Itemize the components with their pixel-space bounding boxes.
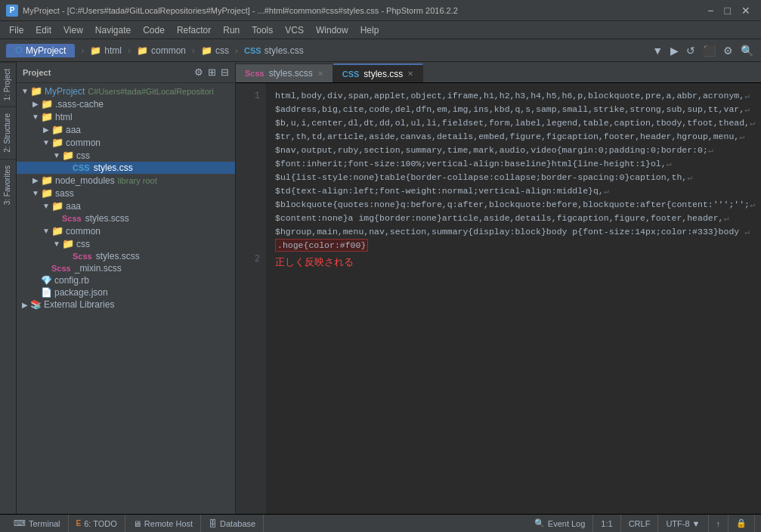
tree-item-sass-cache[interactable]: ▶ 📁 .sass-cache [17,97,235,110]
close-css-tab[interactable]: ✕ [407,70,413,78]
tree-label-aaa: aaa [66,125,81,135]
folder-icon-node-modules: 📁 [41,175,53,186]
tree-item-common[interactable]: ▼ 📁 common [17,136,235,149]
status-position[interactable]: 1:1 [593,515,620,533]
folder-icon-sass-css: 📁 [62,238,74,249]
menu-window[interactable]: Window [310,23,354,37]
folder-icon-sass-common: 📁 [51,225,63,237]
tree-item-mixin-scss[interactable]: Scss _mixin.scss [17,262,235,274]
tree-item-styles-scss-aaa[interactable]: Scss styles.scss [17,212,235,224]
project-tab-button[interactable]: ⬡ MyProject [6,44,75,57]
toolbar-rerun-btn[interactable]: ↺ [685,43,697,58]
toggle-sass-common: ▼ [41,227,51,235]
menu-edit[interactable]: Edit [29,23,57,37]
tree-item-html[interactable]: ▼ 📁 html [17,110,235,123]
status-lock[interactable]: 🔒 [729,515,755,533]
status-bar: ⌨ Terminal E 6: TODO 🖥 Remote Host 🗄 Dat… [0,514,761,532]
remote-host-label: Remote Host [144,519,193,528]
close-button[interactable]: ✕ [737,0,755,21]
tree-item-styles-scss-common[interactable]: Scss styles.scss [17,250,235,262]
toolbar-search-btn[interactable]: 🔍 [739,43,755,58]
status-event-log[interactable]: 🔍 Event Log [527,515,594,533]
code-editor[interactable]: html,body,div,span,applet,object,iframe,… [266,83,761,514]
tab-scss-icon: Scss [245,69,264,78]
tree-item-sass-css[interactable]: ▼ 📁 css [17,237,235,250]
file-icon-config-rb: 💎 [41,275,52,286]
tab-styles-css[interactable]: CSS styles.css ✕ [333,63,424,82]
event-log-label: Event Log [548,519,586,528]
tree-item-myproject[interactable]: ▼ 📁 MyProject C#Users#tada#GitLocalRepos… [17,85,235,97]
sidebar-header: Project ⚙ ⊞ ⊟ [17,62,235,83]
code-line-3: $b,u,i,center,dl,dt,dd,ol,ul,li,fieldset… [275,118,755,128]
status-remote-host[interactable]: 🖥 Remote Host [125,515,201,533]
tree-item-styles-css[interactable]: CSS styles.css [17,162,235,174]
toolbar-dropdown-btn[interactable]: ▼ [651,43,664,58]
vtab-favorites[interactable]: 3: Favorites [0,159,16,211]
folder-icon-external-libs: 📚 [30,299,42,310]
project-tree: ▼ 📁 MyProject C#Users#tada#GitLocalRepos… [17,83,235,514]
menu-view[interactable]: View [57,23,89,37]
line-num-blank-5 [236,157,260,171]
folder-icon-sass: 📁 [41,187,53,199]
tree-label-myproject: MyProject [45,86,85,97]
tree-item-node-modules[interactable]: ▶ 📁 node_modules library root [17,174,235,187]
remote-host-icon: 🖥 [133,519,141,528]
tree-item-sass-common[interactable]: ▼ 📁 common [17,224,235,237]
title-bar: P MyProject - [C:#Users#tada#GitLocalRep… [0,0,761,21]
tree-label-external-libs: External Libraries [44,299,114,310]
code-line-10: $content:none}a img{border:none}article,… [275,213,729,223]
status-terminal[interactable]: ⌨ Terminal [6,515,69,533]
breadcrumb-css[interactable]: 📁 css [201,45,229,56]
status-line-ending[interactable]: CRLF [621,515,659,533]
vtab-project[interactable]: 1: Project [0,62,16,107]
menu-navigate[interactable]: Navigate [89,23,137,37]
breadcrumb-html[interactable]: 📁 html [90,45,122,56]
toolbar-settings-btn[interactable]: ⚙ [722,43,735,58]
window-controls[interactable]: − □ ✕ [703,0,755,21]
folder-icon-sass-aaa: 📁 [51,200,63,212]
line-num-1: 1 [236,89,260,103]
menu-refactor[interactable]: Refactor [171,23,217,37]
tree-item-external-libs[interactable]: ▶ 📚 External Libraries [17,298,235,311]
tree-label-sass-aaa: aaa [66,201,81,212]
line-num-blank-2 [236,116,260,130]
breadcrumb-common[interactable]: 📁 common [137,45,186,56]
breadcrumb-styles-css[interactable]: CSS styles.css [244,45,304,56]
tree-item-sass[interactable]: ▼ 📁 sass [17,187,235,200]
git-push-icon: ↑ [716,519,721,528]
menu-file[interactable]: File [3,23,29,37]
toggle-sass-cache: ▶ [30,100,41,108]
encoding-label: UTF-8 ▼ [666,519,700,528]
status-database[interactable]: 🗄 Database [201,515,264,533]
menu-vcs[interactable]: VCS [279,23,310,37]
status-encoding[interactable]: UTF-8 ▼ [658,515,708,533]
minimize-button[interactable]: − [703,0,718,21]
todo-icon: E [76,519,82,527]
menu-code[interactable]: Code [137,23,171,37]
code-line-13-japanese: 正しく反映される [275,255,761,269]
close-scss-tab[interactable]: ✕ [317,70,323,78]
sidebar-icon-collapse[interactable]: ⊟ [221,66,229,78]
tree-item-aaa[interactable]: ▶ 📁 aaa [17,123,235,136]
tab-styles-scss[interactable]: Scss styles.scss ✕ [236,63,333,82]
toolbar-run-btn[interactable]: ▶ [669,43,680,58]
status-todo[interactable]: E 6: TODO [69,515,125,533]
editor-area: Scss styles.scss ✕ CSS styles.css ✕ 1 [236,62,761,514]
code-line-1: html,body,div,span,applet,object,iframe,… [275,91,750,101]
tree-item-sass-aaa[interactable]: ▼ 📁 aaa [17,200,235,212]
tree-label-sass-cache: .sass-cache [55,99,104,110]
vtab-structure[interactable]: 2: Structure [0,107,16,159]
status-git-push[interactable]: ↑ [709,515,729,533]
tree-item-package-json[interactable]: 📄 package.json [17,286,235,298]
tree-item-config-rb[interactable]: 💎 config.rb [17,274,235,286]
tree-item-css[interactable]: ▼ 📁 css [17,149,235,162]
menu-help[interactable]: Help [354,23,385,37]
line-num-2: 2 [236,252,260,266]
menu-run[interactable]: Run [217,23,246,37]
sidebar-icon-settings[interactable]: ⚙ [194,66,203,78]
maximize-button[interactable]: □ [720,0,735,21]
menu-tools[interactable]: Tools [246,23,279,37]
toolbar-stop-btn[interactable]: ⬛ [701,43,717,58]
sidebar-icon-expand[interactable]: ⊞ [208,66,216,78]
line-numbers: 1 2 [236,83,266,514]
